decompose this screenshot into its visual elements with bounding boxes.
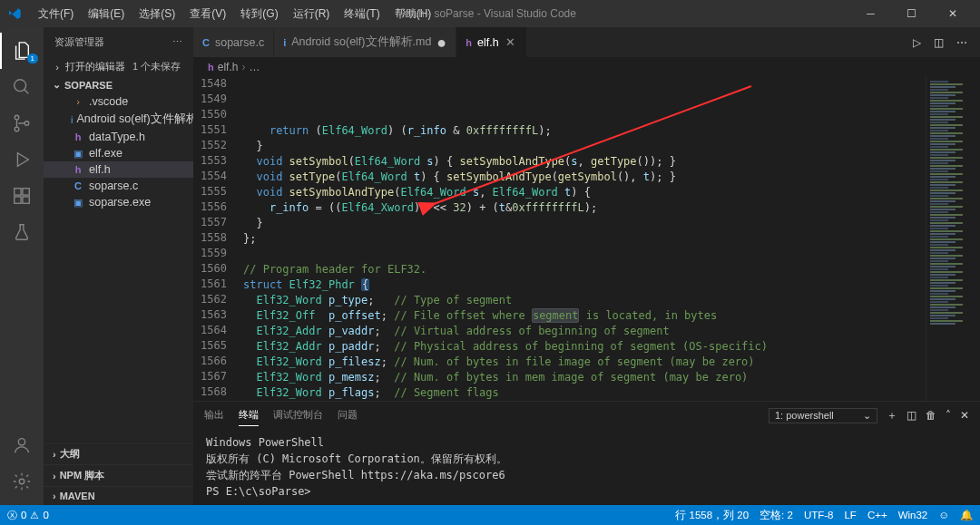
more-actions-button[interactable]: ⋯ bbox=[956, 36, 967, 49]
tab-label: Android so(elf)文件解析.md bbox=[291, 34, 431, 50]
activity-explorer[interactable]: 1 bbox=[0, 33, 44, 69]
title-bar: 文件(F)编辑(E)选择(S)查看(V)转到(G)运行(R)终端(T)帮助(H)… bbox=[0, 0, 980, 27]
tree-item[interactable]: iAndroid so(elf)文件解析.md bbox=[44, 110, 193, 129]
sidebar-title: 资源管理器 bbox=[54, 35, 104, 49]
tree-item[interactable]: helf.h bbox=[44, 161, 193, 178]
split-terminal-button[interactable]: ◫ bbox=[906, 409, 916, 422]
activity-settings[interactable] bbox=[0, 463, 44, 500]
menu-item[interactable]: 选择(S) bbox=[133, 3, 181, 25]
menu-item[interactable]: 查看(V) bbox=[184, 3, 231, 25]
file-h-icon: h bbox=[208, 62, 214, 73]
menu-item[interactable]: 转到(G) bbox=[235, 3, 283, 25]
status-warnings-count: 0 bbox=[43, 510, 48, 520]
status-eol[interactable]: LF bbox=[844, 510, 856, 520]
tree-item[interactable]: hdataType.h bbox=[44, 129, 193, 145]
tree-item-label: elf.h bbox=[89, 163, 111, 176]
svg-point-9 bbox=[19, 479, 24, 484]
menu-item[interactable]: 运行(R) bbox=[288, 3, 336, 25]
status-bell-icon[interactable]: 🔔 bbox=[960, 509, 973, 521]
activity-account[interactable] bbox=[0, 427, 44, 463]
search-icon bbox=[12, 77, 32, 97]
status-encoding[interactable]: UTF-8 bbox=[804, 510, 834, 520]
terminal-selector-label: 1: powershell bbox=[775, 410, 834, 421]
status-language[interactable]: C++ bbox=[867, 510, 887, 520]
status-line-col[interactable]: 行 1558，列 20 bbox=[675, 509, 749, 522]
editor-tab[interactable]: helf.h✕ bbox=[456, 27, 526, 57]
terminal-selector[interactable]: 1: powershell ⌄ bbox=[769, 408, 877, 423]
activity-debug[interactable] bbox=[0, 141, 44, 178]
split-editor-button[interactable]: ◫ bbox=[934, 36, 944, 49]
activity-testing[interactable] bbox=[0, 214, 44, 250]
file-h-icon: h bbox=[71, 164, 85, 175]
sidebar-more-icon[interactable]: ⋯ bbox=[172, 36, 182, 48]
status-spaces[interactable]: 空格: 2 bbox=[760, 509, 793, 522]
activity-search[interactable] bbox=[0, 69, 44, 105]
tree-item-label: elf.exe bbox=[89, 147, 122, 160]
file-tree: ›.vscodeiAndroid so(elf)文件解析.mdhdataType… bbox=[44, 93, 193, 210]
activity-scm[interactable] bbox=[0, 105, 44, 141]
tree-item[interactable]: ›.vscode bbox=[44, 93, 193, 110]
window-close-button[interactable]: ✕ bbox=[932, 0, 973, 27]
run-code-button[interactable]: ▷ bbox=[913, 36, 921, 49]
editor-tab[interactable]: Csoparse.c bbox=[193, 27, 274, 57]
window-maximize-button[interactable]: ☐ bbox=[891, 0, 932, 27]
close-panel-button[interactable]: ✕ bbox=[960, 409, 969, 422]
tree-item[interactable]: ▣soparse.exe bbox=[44, 194, 193, 210]
menu-item[interactable]: 终端(T) bbox=[338, 3, 385, 25]
status-feedback[interactable]: ☺ bbox=[938, 510, 949, 520]
panel-tab[interactable]: 输出 bbox=[204, 404, 224, 426]
kill-terminal-button[interactable]: 🗑 bbox=[926, 409, 936, 422]
debug-icon bbox=[12, 150, 32, 170]
panel-tab[interactable]: 终端 bbox=[239, 404, 259, 426]
account-icon bbox=[12, 435, 32, 455]
editor-tab[interactable]: iAndroid so(elf)文件解析.md● bbox=[274, 27, 456, 57]
folder-header[interactable]: ⌄ SOPARSE bbox=[44, 76, 193, 93]
chevron-down-icon: ⌄ bbox=[53, 79, 61, 91]
panel-area: 输出终端调试控制台问题 1: powershell ⌄ ＋ ◫ 🗑 ˄ ✕ Wi… bbox=[193, 401, 980, 505]
status-errors[interactable]: ⓧ0⚠0 bbox=[7, 509, 49, 522]
panel-tab[interactable]: 问题 bbox=[338, 404, 358, 426]
menu-item[interactable]: 文件(F) bbox=[33, 3, 79, 25]
breadcrumbs[interactable]: h elf.h › … bbox=[193, 57, 980, 77]
menu-item[interactable]: 编辑(E) bbox=[83, 3, 130, 25]
section-label: 大纲 bbox=[60, 447, 80, 461]
gear-icon bbox=[12, 472, 32, 491]
vscode-logo-icon bbox=[7, 6, 22, 21]
beaker-icon bbox=[12, 222, 32, 242]
status-platform[interactable]: Win32 bbox=[898, 510, 928, 520]
terminal-body[interactable]: Windows PowerShell版权所有 (C) Microsoft Cor… bbox=[193, 429, 980, 505]
svg-point-2 bbox=[15, 127, 19, 131]
editor-tabs: Csoparse.ciAndroid so(elf)文件解析.md●helf.h… bbox=[193, 27, 900, 57]
window-minimize-button[interactable]: ─ bbox=[850, 0, 891, 27]
sidebar-collapsed-section[interactable]: ›NPM 脚本 bbox=[44, 464, 193, 486]
sidebar-collapsed-section[interactable]: ›大纲 bbox=[44, 442, 193, 464]
panel-tab[interactable]: 调试控制台 bbox=[273, 404, 323, 426]
svg-point-3 bbox=[24, 122, 29, 126]
tree-item[interactable]: ▣elf.exe bbox=[44, 145, 193, 161]
new-terminal-button[interactable]: ＋ bbox=[887, 408, 897, 423]
minimap[interactable] bbox=[926, 77, 980, 401]
file-exe-icon: ▣ bbox=[71, 148, 85, 160]
activity-extensions[interactable] bbox=[0, 178, 44, 214]
folder-name: SOPARSE bbox=[64, 80, 113, 91]
menu-bar: 文件(F)编辑(E)选择(S)查看(V)转到(G)运行(R)终端(T)帮助(H) bbox=[33, 3, 436, 25]
open-editors-header[interactable]: › 打开的编辑器 1 个未保存 bbox=[44, 57, 193, 76]
line-number-gutter: 1548154915501551155215531554155515561557… bbox=[193, 77, 243, 401]
tab-close-button[interactable]: ✕ bbox=[505, 35, 517, 49]
file-c-icon: C bbox=[71, 180, 85, 191]
chevron-right-icon: › bbox=[53, 491, 56, 501]
file-icon: C bbox=[202, 37, 210, 48]
maximize-panel-button[interactable]: ˄ bbox=[946, 409, 951, 422]
chevron-right-icon: › bbox=[241, 61, 245, 73]
svg-rect-6 bbox=[15, 197, 21, 203]
status-bar: ⓧ0⚠0 行 1558，列 20 空格: 2 UTF-8 LF C++ Win3… bbox=[0, 505, 980, 525]
svg-point-8 bbox=[18, 439, 24, 445]
chevron-right-icon: › bbox=[53, 449, 56, 460]
tree-item[interactable]: Csoparse.c bbox=[44, 178, 193, 194]
tree-item-label: soparse.c bbox=[89, 180, 138, 192]
code-editor[interactable]: return (Elf64_Word) (r_info & 0xffffffff… bbox=[243, 77, 926, 401]
file-h-icon: h bbox=[71, 131, 85, 142]
sidebar-collapsed-section[interactable]: ›MAVEN bbox=[44, 486, 193, 505]
tab-label: soparse.c bbox=[215, 36, 264, 49]
open-editors-label: 打开的编辑器 bbox=[65, 60, 125, 73]
